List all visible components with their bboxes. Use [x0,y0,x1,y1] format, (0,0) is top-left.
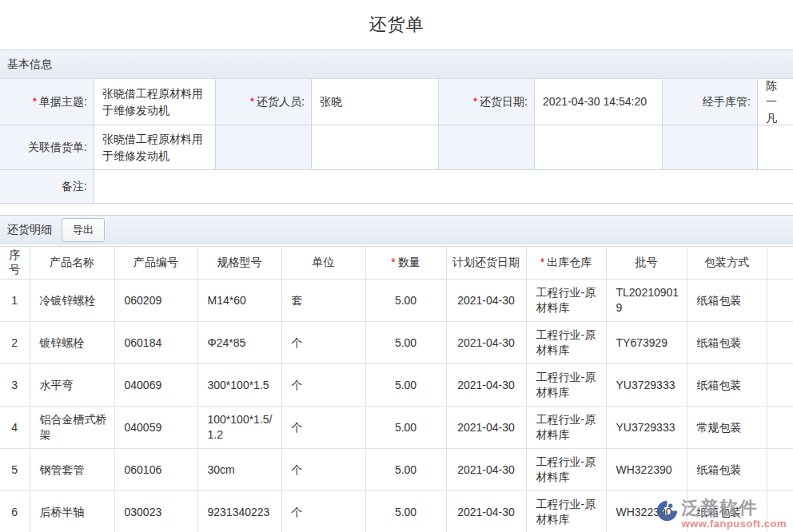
cell-outbound-warehouse: 工程行业-原材料库 [526,322,606,364]
table-row[interactable]: 4 铝合金槽式桥架 040059 100*100*1.5/1.2 个 5.00 … [0,407,793,449]
table-header-row: 序号 产品名称 产品编号 规格型号 单位 *数量 计划还货日期 *出库仓库 批号… [0,247,793,280]
required-asterisk: * [391,256,395,268]
related-borrow-order-label: 关联借货单: [0,125,94,170]
cell-outbound-warehouse: 工程行业-原材料库 [526,280,606,322]
cell-packaging: 纸箱包装 [687,491,767,532]
col-header-unit: 单位 [281,247,365,280]
empty-label-cell [439,125,535,170]
warehouse-keeper-value[interactable]: 陈一凡 [758,79,793,125]
cell-product-code: 060209 [114,280,197,322]
col-header-packaging: 包装方式 [687,247,767,280]
return-date-label: *还货日期: [439,79,535,125]
cell-product-code: 040069 [114,364,197,407]
cell-quantity: 5.00 [365,449,446,491]
cell-packaging: 常规包装 [687,407,767,449]
cell-product-code: 060106 [114,449,197,491]
cell-product-name: 冷镀锌螺栓 [30,280,114,322]
table-row[interactable]: 3 水平弯 040069 300*100*1.5 个 5.00 2021-04-… [0,364,793,407]
related-borrow-order-value[interactable]: 张晓借工程原材料用于维修发动机 [94,125,216,170]
subject-label: *单据主题: [0,79,94,125]
cell-packaging: 纸箱包装 [687,322,767,364]
required-asterisk: * [540,256,544,268]
details-section-title: 还货明细 [7,223,52,237]
remarks-label: 备注: [0,170,94,204]
cell-packaging: 纸箱包装 [687,280,767,322]
col-header-product-name: 产品名称 [30,247,114,280]
cell-outbound-warehouse: 工程行业-原材料库 [526,449,606,491]
cell-unit: 个 [281,407,365,449]
cell-batch-no: TL202109019 [606,280,687,322]
cell-quantity: 5.00 [365,491,446,532]
export-button[interactable]: 导出 [62,218,105,242]
empty-value-cell [312,125,439,170]
cell-packaging: 纸箱包装 [687,364,767,407]
cell-index: 2 [0,322,30,364]
cell-spec-model: M14*60 [197,280,281,322]
cell-batch-no: WH322390 [606,449,687,491]
cell-planned-return-date: 2021-04-30 [446,407,526,449]
col-header-planned-return-date: 计划还货日期 [446,247,526,280]
remarks-value[interactable] [94,170,793,204]
cell-spec-model: 30cm [197,449,281,491]
return-person-label: *还货人员: [216,79,312,125]
empty-value-cell [535,125,663,170]
section-gap [0,204,793,215]
col-header-outbound-warehouse: *出库仓库 [526,247,606,280]
col-header-quantity: *数量 [365,247,446,280]
return-person-value[interactable]: 张晓 [312,79,439,125]
basic-info-form: *单据主题: 张晓借工程原材料用于维修发动机 *还货人员: 张晓 *还货日期: … [0,79,793,204]
cell-planned-return-date: 2021-04-30 [446,491,526,532]
cell-unit: 个 [281,491,365,532]
warehouse-keeper-label: 经手库管: [663,79,758,125]
cell-quantity: 5.00 [365,322,446,364]
cell-index: 6 [0,491,30,532]
cell-spec-model: 100*100*1.5/1.2 [197,407,281,449]
cell-index: 3 [0,364,30,407]
table-row[interactable]: 2 镀锌螺栓 060184 Φ24*85 个 5.00 2021-04-30 工… [0,322,793,364]
cell-product-name: 水平弯 [30,364,114,407]
cell-spec-model: 9231340223 [197,491,281,532]
subject-value[interactable]: 张晓借工程原材料用于维修发动机 [94,79,216,125]
empty-value-cell [758,125,793,170]
cell-quantity: 5.00 [365,280,446,322]
cell-product-name: 镀锌螺栓 [30,322,114,364]
cell-product-name: 钢管套管 [30,449,114,491]
cell-unit: 个 [281,322,365,364]
empty-label-cell [663,125,758,170]
cell-batch-no: YU3729333 [606,364,687,407]
table-row[interactable]: 6 后桥半轴 030023 9231340223 个 5.00 2021-04-… [0,491,793,532]
required-asterisk: * [250,95,254,108]
col-header-product-code: 产品编号 [114,247,197,280]
cell-extra [767,407,793,449]
cell-extra [767,491,793,532]
details-table: 序号 产品名称 产品编号 规格型号 单位 *数量 计划还货日期 *出库仓库 批号… [0,246,793,532]
cell-unit: 个 [281,364,365,407]
cell-product-code: 030023 [114,491,197,532]
required-asterisk: * [33,95,37,108]
col-header-spec-model: 规格型号 [197,247,281,280]
table-row[interactable]: 1 冷镀锌螺栓 060209 M14*60 套 5.00 2021-04-30 … [0,280,793,322]
cell-batch-no: YU3729333 [606,407,687,449]
cell-spec-model: Φ24*85 [197,322,281,364]
cell-batch-no: TY673929 [606,322,687,364]
cell-packaging: 纸箱包装 [687,449,767,491]
cell-outbound-warehouse: 工程行业-原材料库 [526,491,606,532]
cell-batch-no: WH322390 [606,491,687,532]
return-date-value[interactable]: 2021-04-30 14:54:20 [535,79,663,125]
cell-unit: 个 [281,449,365,491]
cell-product-code: 060184 [114,322,197,364]
cell-outbound-warehouse: 工程行业-原材料库 [526,407,606,449]
cell-outbound-warehouse: 工程行业-原材料库 [526,364,606,407]
cell-quantity: 5.00 [365,364,446,407]
cell-index: 4 [0,407,30,449]
cell-product-code: 040059 [114,407,197,449]
cell-extra [767,322,793,364]
cell-index: 1 [0,280,30,322]
cell-planned-return-date: 2021-04-30 [446,449,526,491]
table-row[interactable]: 5 钢管套管 060106 30cm 个 5.00 2021-04-30 工程行… [0,449,793,491]
return-goods-order-page: 还货单 基本信息 *单据主题: 张晓借工程原材料用于维修发动机 *还货人员: 张… [0,0,793,532]
cell-planned-return-date: 2021-04-30 [446,364,526,407]
cell-extra [767,280,793,322]
cell-product-name: 铝合金槽式桥架 [30,407,114,449]
page-title: 还货单 [369,13,424,37]
